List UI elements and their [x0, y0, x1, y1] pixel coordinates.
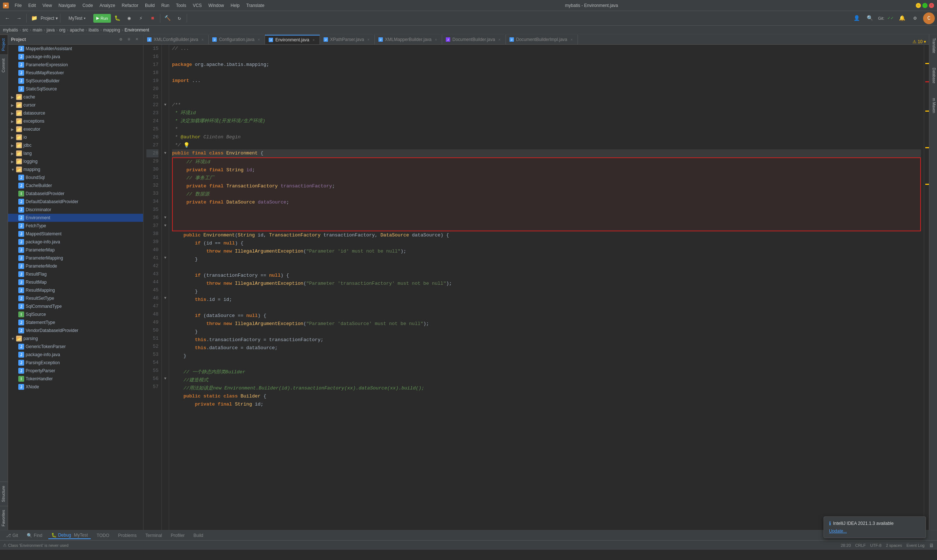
- breadcrumb-main[interactable]: main: [32, 28, 42, 32]
- minimize-button[interactable]: −: [916, 3, 921, 8]
- menu-run[interactable]: Run: [158, 2, 172, 9]
- tree-item-folder-logging[interactable]: ▶ 📁 logging: [8, 157, 143, 165]
- tree-item-discriminator[interactable]: J Discriminator: [8, 206, 143, 214]
- tab-xmlmapperbuilder[interactable]: J XMLMapperBuilder.java ×: [375, 35, 442, 44]
- tree-item-package-info2[interactable]: J package-info.java: [8, 238, 143, 246]
- project-tab[interactable]: Project: [0, 34, 8, 55]
- structure-tab[interactable]: Structure: [0, 482, 8, 506]
- tree-item-folder-io[interactable]: ▶ 📁 io: [8, 133, 143, 141]
- tree-item-folder-jdbc[interactable]: ▶ 📁 jdbc: [8, 141, 143, 149]
- tree-item-package-info[interactable]: J package-info.java: [8, 53, 143, 61]
- tab-close-button[interactable]: ×: [366, 37, 371, 42]
- back-button[interactable]: ←: [2, 13, 12, 23]
- breadcrumb-ibatis[interactable]: ibatis: [89, 28, 99, 32]
- project-dropdown[interactable]: Project ▾: [41, 16, 58, 21]
- debug-button[interactable]: 🐛: [112, 13, 123, 23]
- favorites-tab[interactable]: Favorites: [0, 506, 8, 530]
- build-tool-tab[interactable]: Build: [191, 532, 206, 539]
- menu-code[interactable]: Code: [79, 2, 96, 9]
- notification-update-link[interactable]: Update...: [829, 529, 847, 534]
- tree-item-package-info3[interactable]: J package-info.java: [8, 351, 143, 359]
- tree-item-xnode[interactable]: J XNode: [8, 383, 143, 391]
- breadcrumb-src[interactable]: src: [22, 28, 28, 32]
- menu-window[interactable]: Window: [205, 2, 227, 9]
- tree-item-tokenhandler[interactable]: I TokenHandler: [8, 375, 143, 383]
- menu-build[interactable]: Build: [142, 2, 158, 9]
- tree-item-folder-executor[interactable]: ▶ 📁 executor: [8, 125, 143, 133]
- menu-tools[interactable]: Tools: [173, 2, 189, 9]
- tree-item-parametermap[interactable]: J ParameterMap: [8, 246, 143, 254]
- menu-analyze[interactable]: Analyze: [97, 2, 118, 9]
- tree-item-folder-parsing[interactable]: ▼ 📂 parsing: [8, 335, 143, 343]
- tab-close-button[interactable]: ×: [257, 37, 261, 42]
- notifications-button[interactable]: 🔔: [897, 13, 907, 23]
- menu-file[interactable]: File: [12, 2, 25, 9]
- panel-hide-button[interactable]: ×: [134, 36, 140, 43]
- tree-item-resultflag[interactable]: J ResultFlag: [8, 270, 143, 278]
- database-panel-tab[interactable]: Database: [929, 64, 937, 87]
- settings-button[interactable]: ⚙: [910, 13, 920, 23]
- build-button[interactable]: 🔨: [163, 13, 173, 23]
- tree-item-resultmapresolver[interactable]: J ResultMapResolver: [8, 69, 143, 77]
- tree-item-statementtype[interactable]: J StatementType: [8, 318, 143, 326]
- tree-item-databaseidprovider[interactable]: I DatabaseIdProvider: [8, 189, 143, 198]
- tree-item-propertyparser[interactable]: J PropertyParser: [8, 367, 143, 375]
- tree-item-environment[interactable]: J Environment: [8, 214, 143, 222]
- breadcrumb-apache[interactable]: apache: [70, 28, 84, 32]
- close-button[interactable]: ×: [929, 3, 934, 8]
- tree-item-parametermapping[interactable]: J ParameterMapping: [8, 254, 143, 262]
- todo-tool-tab[interactable]: TODO: [94, 532, 112, 539]
- tree-item-cachebuilder[interactable]: J CacheBuilder: [8, 182, 143, 189]
- commit-tab[interactable]: Commit: [0, 55, 8, 76]
- tab-close-button[interactable]: ×: [200, 37, 205, 42]
- tree-item-mappedstatement[interactable]: J MappedStatement: [8, 230, 143, 238]
- tree-item-resultmap[interactable]: J ResultMap: [8, 278, 143, 286]
- tree-item-mapperbuilderassistant[interactable]: J MapperBuilderAssistant: [8, 45, 143, 53]
- menu-vcs[interactable]: VCS: [190, 2, 205, 9]
- code-editor[interactable]: 15 16 17 18 19 20 21 22 23 24 25 26 27 2…: [143, 45, 929, 530]
- terminal-tool-tab[interactable]: Terminal: [142, 532, 165, 539]
- tree-item-sqlcommandtype[interactable]: J SqlCommandType: [8, 302, 143, 311]
- tree-item-sqlsourcebuilder[interactable]: J SqlSourceBuilder: [8, 77, 143, 85]
- tree-item-folder-datasource[interactable]: ▶ 📁 datasource: [8, 109, 143, 117]
- tab-xpathparser[interactable]: J XPathParser.java ×: [320, 35, 375, 44]
- tree-item-staticsqlsource[interactable]: J StaticSqlSource: [8, 85, 143, 93]
- tab-close-button[interactable]: ×: [569, 37, 574, 42]
- profile-button[interactable]: ⚡: [136, 13, 146, 23]
- tree-item-sqlsource[interactable]: I SqlSource: [8, 311, 143, 318]
- tab-close-button[interactable]: ×: [311, 38, 316, 42]
- tab-configuration[interactable]: J Configuration.java ×: [209, 35, 265, 44]
- breadcrumb-environment[interactable]: Environment: [125, 28, 149, 32]
- profiler-tool-tab[interactable]: Profiler: [168, 532, 188, 539]
- panel-settings-button[interactable]: ⚙: [117, 36, 124, 43]
- coverage-button[interactable]: ◉: [124, 13, 134, 23]
- tree-item-generictokenparser[interactable]: J GenericTokenParser: [8, 343, 143, 351]
- tab-xmlconfigbuilder[interactable]: J XMLConfigBuilder.java ×: [143, 35, 209, 44]
- user-icon[interactable]: 👤: [852, 13, 862, 23]
- tree-item-parsingexception[interactable]: J ParsingException: [8, 359, 143, 367]
- menu-refactor[interactable]: Refactor: [119, 2, 141, 9]
- git-tool-tab[interactable]: ⎇ Git: [3, 532, 21, 539]
- tree-item-parametermode[interactable]: J ParameterMode: [8, 262, 143, 270]
- tab-environment[interactable]: J Environment.java ×: [265, 35, 320, 44]
- maven-panel-tab[interactable]: m Maven: [929, 94, 937, 117]
- forward-button[interactable]: →: [14, 13, 24, 23]
- tree-item-vendordatabaseidprovider[interactable]: J VendorDatabaseIdProvider: [8, 326, 143, 335]
- code-content[interactable]: // ... package org.apache.ibatis.mapping…: [169, 45, 924, 530]
- run-button[interactable]: ▶ Run: [93, 14, 111, 23]
- tree-item-resultmapping[interactable]: J ResultMapping: [8, 286, 143, 294]
- tab-close-button[interactable]: ×: [497, 37, 502, 42]
- breadcrumb-mapping[interactable]: mapping: [103, 28, 120, 32]
- menu-view[interactable]: View: [40, 2, 55, 9]
- event-log-button[interactable]: Event Log: [906, 543, 925, 548]
- breadcrumb-mybatis[interactable]: mybatis: [3, 28, 18, 32]
- tree-item-folder-mapping[interactable]: ▼ 📂 mapping: [8, 165, 143, 174]
- tree-item-folder-exceptions[interactable]: ▶ 📁 exceptions: [8, 117, 143, 125]
- maximize-button[interactable]: □: [922, 3, 928, 8]
- problems-tool-tab[interactable]: Problems: [115, 532, 140, 539]
- tab-documentbuilder[interactable]: J DocumentBuilder.java ×: [442, 35, 506, 44]
- tree-item-fetchtype[interactable]: J FetchType: [8, 222, 143, 230]
- debug-tool-tab[interactable]: 🐛 Debug MyTest: [48, 532, 91, 539]
- search-everywhere-button[interactable]: 🔍: [865, 13, 875, 23]
- menu-help[interactable]: Help: [228, 2, 243, 9]
